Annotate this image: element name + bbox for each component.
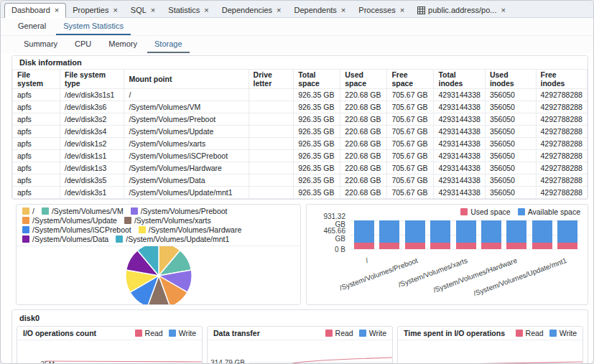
legend-item: Read: [325, 329, 353, 337]
table-row[interactable]: apfs/dev/disk3s1s1/926.35 GB220.68 GB705…: [13, 89, 588, 101]
column-header[interactable]: Used space: [340, 70, 387, 89]
disk0-panel: disk0 I/O operations countReadWrite35M30…: [11, 309, 588, 364]
close-icon[interactable]: ×: [113, 6, 117, 14]
table-cell: 926.35 GB: [294, 101, 340, 113]
legend-label: /System/Volumes/xarts: [134, 216, 211, 225]
table-header-row: File systemFile system typeMount pointDr…: [13, 70, 588, 89]
column-header[interactable]: Free inodes: [536, 70, 588, 89]
tab-sql[interactable]: SQL×: [124, 4, 162, 17]
stacked-bar[interactable]: [532, 220, 552, 249]
legend-label: Write: [560, 329, 577, 337]
table-cell: 220.68 GB: [340, 138, 387, 150]
column-header[interactable]: Mount point: [124, 70, 249, 89]
tab-summary[interactable]: Summary: [17, 37, 65, 53]
column-header[interactable]: Used inodes: [485, 70, 536, 89]
close-icon[interactable]: ×: [204, 6, 208, 14]
stacked-bar[interactable]: [456, 220, 476, 249]
tab-public-address-po-[interactable]: public.address/po...×: [411, 4, 512, 17]
table-cell: 220.68 GB: [340, 89, 387, 101]
legend-label: /System/Volumes/iSCPreboot: [32, 225, 131, 234]
table-row[interactable]: apfs/dev/disk1s1/System/Volumes/iSCPrebo…: [13, 150, 588, 162]
column-header[interactable]: Drive letter: [249, 70, 294, 89]
legend-item: /System/Volumes/xarts: [124, 216, 211, 225]
table-cell: 926.35 GB: [294, 150, 340, 162]
legend-swatch: [135, 330, 142, 337]
table-row[interactable]: apfs/dev/disk1s3/System/Volumes/Hardware…: [13, 162, 588, 174]
table-cell: 356050: [485, 113, 536, 126]
tab-dashboard[interactable]: Dashboard×: [4, 3, 66, 18]
tab-system-statistics[interactable]: System Statistics: [56, 19, 131, 35]
close-icon[interactable]: ×: [151, 6, 155, 14]
table-cell: 4293144338: [434, 101, 485, 113]
tab-label: Dependencies: [222, 6, 272, 14]
table-cell: [249, 138, 294, 150]
table-cell: apfs: [13, 162, 60, 174]
tab-general[interactable]: General: [11, 19, 53, 35]
tab-processes[interactable]: Processes×: [352, 4, 411, 17]
tab-dependents[interactable]: Dependents×: [288, 4, 353, 17]
stacked-bar[interactable]: [481, 220, 501, 249]
table-row[interactable]: apfs/dev/disk3s5/System/Volumes/Data926.…: [13, 174, 588, 187]
used-space-segment: [456, 243, 476, 249]
close-icon[interactable]: ×: [400, 6, 404, 14]
legend-label: Read: [145, 329, 163, 337]
table-cell: /System/Volumes/iSCPreboot: [124, 150, 249, 162]
table-cell: 4292788288: [536, 113, 588, 126]
legend-item: Write: [359, 329, 386, 337]
close-icon[interactable]: ×: [341, 6, 345, 14]
table-cell: 356050: [485, 150, 536, 162]
stacked-bar[interactable]: [405, 220, 425, 249]
disk-table-body: apfs/dev/disk3s1s1/926.35 GB220.68 GB705…: [13, 89, 588, 199]
column-header[interactable]: File system type: [60, 70, 124, 89]
table-row[interactable]: apfs/dev/disk3s1/System/Volumes/Update/m…: [13, 187, 588, 199]
table-cell: 4293144338: [434, 126, 485, 138]
table-cell: apfs: [13, 126, 60, 138]
close-icon[interactable]: ×: [277, 6, 281, 14]
table-cell: 220.68 GB: [340, 162, 387, 174]
column-header[interactable]: Total inodes: [434, 70, 485, 89]
table-cell: 220.68 GB: [340, 150, 387, 162]
tab-statistics[interactable]: Statistics×: [162, 4, 215, 17]
column-header[interactable]: Total space: [294, 70, 340, 89]
column-header[interactable]: Free space: [387, 70, 434, 89]
column-header[interactable]: File system: [13, 70, 60, 89]
legend-swatch: [22, 217, 29, 224]
table-row[interactable]: apfs/dev/disk1s2/System/Volumes/xarts926…: [13, 138, 588, 150]
close-icon[interactable]: ×: [55, 6, 59, 14]
table-cell: [249, 101, 294, 113]
close-icon[interactable]: ×: [501, 6, 505, 14]
main-tab-bar: Dashboard×Properties×SQL×Statistics×Depe…: [1, 1, 593, 18]
table-cell: 220.68 GB: [340, 126, 387, 138]
legend-item: /System/Volumes/VM: [42, 207, 124, 215]
io-chart-legend: ReadWrite: [325, 329, 386, 337]
table-row[interactable]: apfs/dev/disk3s4/System/Volumes/Update92…: [13, 126, 588, 138]
table-cell: 705.67 GB: [387, 126, 434, 138]
legend-swatch: [22, 235, 29, 243]
stacked-bar[interactable]: [506, 220, 526, 249]
y-tick-label: 465.66 GB: [312, 227, 350, 243]
stacked-bar[interactable]: [430, 220, 450, 249]
legend-swatch: [124, 217, 131, 224]
available-space-segment: [430, 220, 450, 242]
available-space-segment: [379, 220, 399, 242]
available-space-segment: [481, 220, 501, 242]
table-cell: [249, 174, 294, 187]
table-cell: /System/Volumes/xarts: [124, 138, 249, 150]
stacked-bar[interactable]: [379, 220, 399, 249]
used-space-segment: [532, 243, 552, 249]
system-statistics-nav: SummaryCPUMemoryStorage: [1, 36, 593, 53]
used-space-segment: [405, 243, 425, 249]
stacked-bar[interactable]: [354, 220, 374, 249]
tab-storage[interactable]: Storage: [147, 37, 190, 53]
tab-memory[interactable]: Memory: [101, 37, 144, 53]
tab-dependencies[interactable]: Dependencies×: [215, 4, 288, 17]
table-cell: 220.68 GB: [340, 174, 387, 187]
tab-label: Properties: [73, 6, 108, 14]
table-cell: 705.67 GB: [387, 174, 434, 187]
tab-cpu[interactable]: CPU: [68, 37, 98, 53]
tab-properties[interactable]: Properties×: [66, 4, 124, 17]
stacked-bar[interactable]: [557, 220, 577, 249]
table-row[interactable]: apfs/dev/disk3s6/System/Volumes/VM926.35…: [13, 101, 588, 113]
table-row[interactable]: apfs/dev/disk3s2/System/Volumes/Preboot9…: [13, 113, 588, 126]
table-cell: 926.35 GB: [294, 113, 340, 126]
